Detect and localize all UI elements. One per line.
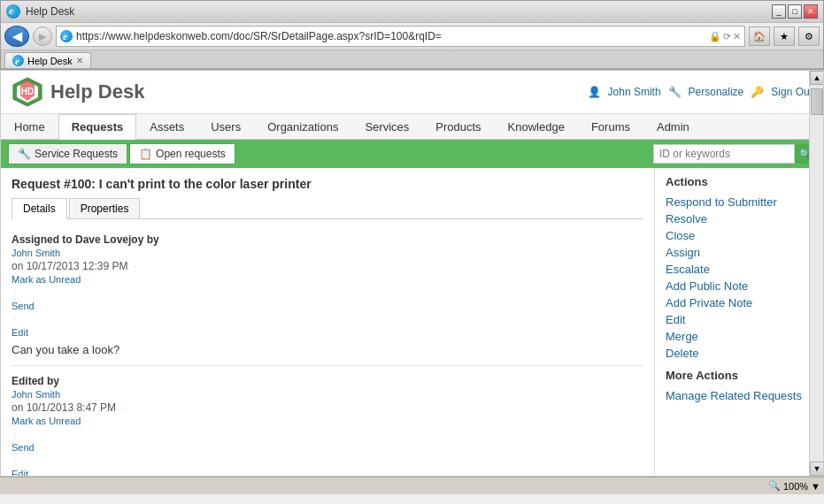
main-nav: Home Requests Assets Users Organizations… xyxy=(1,114,823,140)
zoom-level: 100% xyxy=(783,481,808,492)
action-delete[interactable]: Delete xyxy=(666,345,812,362)
activity-label-2: Edited by xyxy=(12,375,59,387)
service-requests-button[interactable]: 🔧 Service Requests xyxy=(8,143,127,164)
open-requests-label: Open requests xyxy=(156,148,226,160)
signout-link[interactable]: Sign Out xyxy=(771,86,812,98)
home-button[interactable]: 🏠 xyxy=(749,27,770,46)
tab-properties[interactable]: Properties xyxy=(69,198,141,218)
nav-admin[interactable]: Admin xyxy=(643,114,703,139)
zoom-icon: 🔍 xyxy=(768,480,781,492)
activity-label-1: Assigned to Dave Lovejoy by xyxy=(12,233,159,246)
signout-icon: 🔑 xyxy=(751,86,764,98)
action-merge[interactable]: Merge xyxy=(666,328,812,345)
nav-organizations[interactable]: Organizations xyxy=(254,114,351,139)
user-icon: 👤 xyxy=(588,86,601,98)
tools-button[interactable]: ⚙ xyxy=(798,27,820,46)
scroll-down-button[interactable]: ▼ xyxy=(810,462,823,476)
activity-edited: Edited by John Smith on 10/1/2013 8:47 P… xyxy=(12,370,643,477)
activity-date-1: on 10/17/2013 12:39 PM xyxy=(12,260,127,272)
more-actions-title: More Actions xyxy=(666,369,812,382)
browser-icon xyxy=(6,4,20,19)
app-header: HD Help Desk 👤 John Smith 🔧 Personalize … xyxy=(1,71,823,114)
nav-assets[interactable]: Assets xyxy=(136,114,197,139)
activity-date-2: on 10/1/2013 8:47 PM xyxy=(12,401,116,414)
nav-knowledge[interactable]: Knowledge xyxy=(495,114,578,139)
nav-extra-icons: 🏠 ★ ⚙ xyxy=(749,27,820,46)
detail-tabs: Details Properties xyxy=(12,198,643,219)
personalize-icon: 🔧 xyxy=(668,86,682,98)
activity-body-1: Can you take a look? xyxy=(12,343,643,356)
window-title: Help Desk xyxy=(26,5,74,18)
action-respond[interactable]: Respond to Submitter xyxy=(666,194,812,210)
tab-icon xyxy=(12,55,24,66)
user-link[interactable]: John Smith xyxy=(608,86,661,98)
scroll-track[interactable] xyxy=(810,168,823,462)
lock-icon: 🔒 xyxy=(709,31,721,42)
personalize-link[interactable]: Personalize xyxy=(689,86,744,98)
mark-unread-1[interactable]: Mark as Unread xyxy=(12,272,643,286)
favorites-button[interactable]: ★ xyxy=(774,27,795,46)
search-input[interactable] xyxy=(653,144,795,164)
activity-meta-1: Assigned to Dave Lovejoy by John Smith o… xyxy=(12,233,643,340)
nav-home[interactable]: Home xyxy=(1,114,58,139)
send-2[interactable]: Send xyxy=(12,440,643,454)
nav-users[interactable]: Users xyxy=(197,114,254,139)
content-area: Request #100: I can't print to the color… xyxy=(1,168,655,477)
action-assign[interactable]: Assign xyxy=(666,244,812,261)
nav-bar: ◀ ▶ https://www.helpdeskonweb.com/doc/SR… xyxy=(1,22,823,50)
svg-text:HD: HD xyxy=(21,87,34,96)
close-button[interactable]: ✕ xyxy=(804,4,818,19)
app-title: Help Desk xyxy=(50,80,144,103)
send-1[interactable]: Send xyxy=(12,299,643,313)
open-requests-button[interactable]: 📋 Open requests xyxy=(129,143,235,164)
refresh-icon[interactable]: ⟳ xyxy=(723,31,731,42)
activity-author-2[interactable]: John Smith xyxy=(12,387,643,401)
tab-bar: Help Desk ✕ xyxy=(1,50,823,69)
action-resolve[interactable]: Resolve xyxy=(666,210,812,227)
action-edit[interactable]: Edit xyxy=(666,311,812,328)
tab-label: Help Desk xyxy=(27,56,73,66)
minimize-button[interactable]: _ xyxy=(772,4,786,19)
forward-button[interactable]: ▶ xyxy=(33,27,52,46)
window-controls: _ □ ✕ xyxy=(772,4,818,19)
nav-products[interactable]: Products xyxy=(422,114,494,139)
activity-meta-2: Edited by John Smith on 10/1/2013 8:47 P… xyxy=(12,375,643,477)
edit-1[interactable]: Edit xyxy=(12,325,643,340)
zoom-dropdown-icon[interactable]: ▼ xyxy=(811,481,820,492)
service-requests-icon: 🔧 xyxy=(18,148,31,160)
title-bar: Help Desk _ □ ✕ xyxy=(1,1,823,22)
action-close[interactable]: Close xyxy=(666,227,812,244)
edit-2[interactable]: Edit xyxy=(12,467,643,477)
nav-requests[interactable]: Requests xyxy=(58,114,137,140)
maximize-button[interactable]: □ xyxy=(788,4,802,19)
zoom-indicator: 🔍 100% ▼ xyxy=(768,480,820,492)
logo: HD Help Desk xyxy=(12,76,144,108)
browser-tab[interactable]: Help Desk ✕ xyxy=(4,52,91,68)
action-add-private-note[interactable]: Add Private Note xyxy=(666,294,812,311)
activity-author-1[interactable]: John Smith xyxy=(12,246,643,260)
open-requests-icon: 📋 xyxy=(139,148,152,160)
action-add-public-note[interactable]: Add Public Note xyxy=(666,278,812,294)
tab-details[interactable]: Details xyxy=(12,198,67,219)
mark-unread-2[interactable]: Mark as Unread xyxy=(12,414,643,428)
nav-forums[interactable]: Forums xyxy=(578,114,643,139)
back-button[interactable]: ◀ xyxy=(4,26,29,47)
request-title: Request #100: I can't print to the color… xyxy=(12,177,643,191)
logo-icon: HD xyxy=(12,76,43,108)
action-manage-related[interactable]: Manage Related Requests xyxy=(666,387,812,404)
toolbar: 🔧 Service Requests 📋 Open requests 🔍 xyxy=(1,140,823,168)
cancel-icon: ✕ xyxy=(733,31,741,42)
actions-title: Actions xyxy=(666,175,812,188)
tab-close-button[interactable]: ✕ xyxy=(76,56,83,65)
status-bar: 🔍 100% ▼ xyxy=(0,477,824,494)
address-bar[interactable]: https://www.helpdeskonweb.com/doc/SR/SrD… xyxy=(56,26,745,47)
address-text: https://www.helpdeskonweb.com/doc/SR/SrD… xyxy=(76,30,707,42)
page-icon xyxy=(60,30,73,42)
main-content: Request #100: I can't print to the color… xyxy=(1,168,823,477)
app-window: HD Help Desk 👤 John Smith 🔧 Personalize … xyxy=(0,70,824,477)
scrollbar[interactable]: ▲ ▼ xyxy=(809,168,823,476)
toolbar-search: 🔍 xyxy=(653,144,816,164)
service-requests-label: Service Requests xyxy=(35,148,118,160)
action-escalate[interactable]: Escalate xyxy=(666,261,812,278)
nav-services[interactable]: Services xyxy=(351,114,422,139)
